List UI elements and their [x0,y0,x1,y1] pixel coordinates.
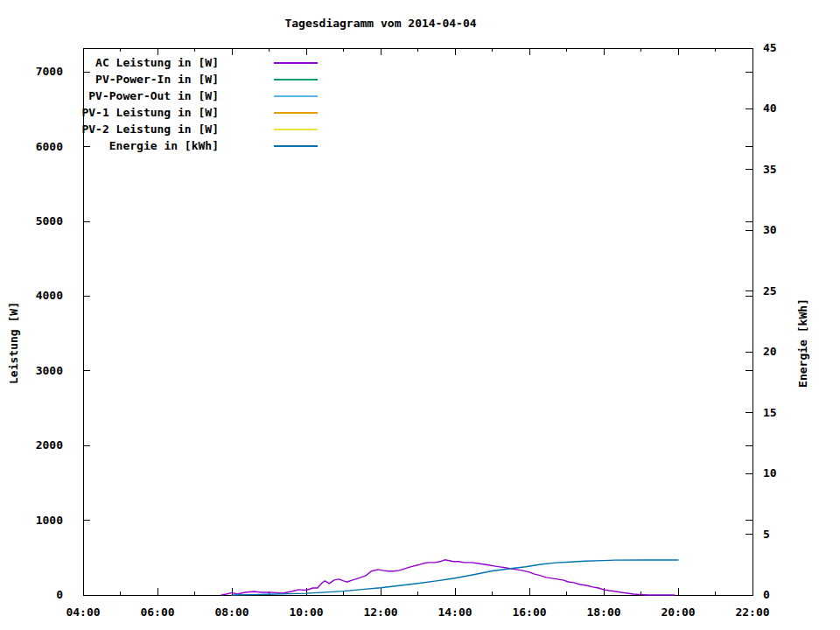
y-left-tick-label: 4000 [36,289,63,302]
data-series [221,560,678,595]
y-left-tick-label: 5000 [36,214,63,228]
x-tick-label: 10:00 [289,606,323,619]
y-right-tick-label: 0 [763,588,770,601]
legend-item: Energie in [kWh] [109,139,318,152]
y-right-axis-title: Energie [kWh] [796,298,809,388]
legend-label: AC Leistung in [W] [95,56,219,69]
legend-label: PV-Power-In in [W] [95,73,219,86]
x-tick-label: 06:00 [140,606,174,619]
series-line-ac-leistung-in-w [221,560,675,595]
legend-label: Energie in [kWh] [109,139,219,152]
y-right-tick-label: 5 [763,528,770,541]
legend-label: PV-Power-Out in [W] [88,89,219,102]
y-left-axis-title: Leistung [W] [7,302,20,384]
x-tick-label: 20:00 [661,606,695,619]
y-left-tick-label: 1000 [36,514,63,527]
legend-item: PV-1 Leistung in [W] [81,106,318,119]
legend-item: AC Leistung in [W] [95,56,318,69]
x-tick-label: 22:00 [735,606,769,619]
y-right-tick-label: 15 [763,406,777,419]
y-right-tick-label: 45 [763,41,777,54]
y-right-tick-label: 35 [763,163,777,176]
chart-title: Tagesdiagramm vom 2014-04-04 [284,17,476,30]
y-right-tick-label: 40 [763,102,777,115]
y-right-tick-label: 25 [763,284,777,298]
y-left-tick-label: 6000 [36,140,63,153]
legend-label: PV-2 Leistung in [W] [81,122,219,136]
x-tick-label: 08:00 [214,606,248,619]
x-tick-label: 04:00 [66,606,100,619]
chart-legend: AC Leistung in [W]PV-Power-In in [W]PV-P… [81,56,318,152]
legend-item: PV-2 Leistung in [W] [81,122,318,136]
legend-item: PV-Power-In in [W] [95,73,318,86]
daily-pv-chart: Tagesdiagramm vom 2014-04-04 Leistung [W… [0,0,840,630]
legend-item: PV-Power-Out in [W] [88,89,318,102]
x-tick-label: 16:00 [512,606,546,619]
x-tick-label: 12:00 [363,606,397,619]
legend-label: PV-1 Leistung in [W] [81,106,219,119]
x-tick-label: 14:00 [438,606,472,619]
y-right-tick-label: 30 [763,223,777,236]
y-left-tick-label: 2000 [36,438,63,452]
gnuplot-chart-page: Tagesdiagramm vom 2014-04-04 Leistung [W… [0,0,840,630]
x-tick-label: 18:00 [586,606,620,619]
y-right-tick-label: 20 [763,345,777,358]
y-left-tick-label: 7000 [36,65,63,78]
y-left-tick-label: 3000 [36,364,63,377]
y-left-tick-label: 0 [56,588,63,601]
y-right-tick-label: 10 [763,466,777,480]
